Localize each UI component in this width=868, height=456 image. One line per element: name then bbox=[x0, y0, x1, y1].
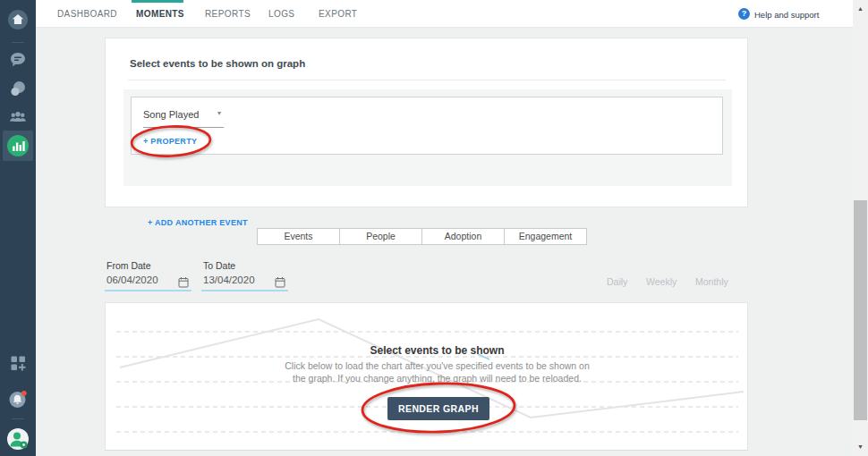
help-and-support-link[interactable]: Help and support bbox=[754, 10, 819, 20]
active-tab-indicator bbox=[132, 0, 183, 3]
tab-adoption[interactable]: Adoption bbox=[421, 228, 505, 245]
event-row: Song Played ▾ + PROPERTY bbox=[131, 97, 723, 155]
profile-avatar-icon[interactable] bbox=[0, 426, 36, 452]
event-select[interactable]: Song Played bbox=[143, 109, 199, 120]
tab-engagement[interactable]: Engagement bbox=[504, 228, 587, 245]
scrollbar-thumb[interactable] bbox=[854, 200, 867, 420]
render-graph-button[interactable]: RENDER GRAPH bbox=[387, 397, 489, 420]
contacts-icon[interactable] bbox=[0, 77, 36, 100]
messages-icon[interactable] bbox=[0, 48, 36, 72]
to-date-underline bbox=[201, 290, 288, 291]
view-tabs: Events People Adoption Engagement bbox=[257, 228, 587, 245]
event-list-panel: Song Played ▾ + PROPERTY + ADD ANOTHER E… bbox=[123, 89, 732, 186]
chart-card: Select events to be shown Click below to… bbox=[105, 302, 748, 451]
tab-events[interactable]: Events bbox=[257, 228, 340, 245]
vertical-scrollbar[interactable]: ▲ ▼ bbox=[853, 0, 868, 456]
to-date-input[interactable]: 13/04/2020 bbox=[203, 274, 255, 285]
scroll-up-arrow-icon[interactable]: ▲ bbox=[853, 5, 868, 12]
nav-reports[interactable]: REPORTS bbox=[205, 9, 251, 19]
from-date-input[interactable]: 06/04/2020 bbox=[106, 274, 158, 285]
home-icon[interactable] bbox=[0, 7, 36, 32]
granularity-monthly[interactable]: Monthly bbox=[695, 276, 728, 287]
analytics-icon-active[interactable] bbox=[0, 130, 36, 162]
help-icon[interactable]: ? bbox=[738, 8, 750, 20]
nav-moments[interactable]: MOMENTS bbox=[136, 9, 184, 19]
to-date-label: To Date bbox=[203, 260, 235, 271]
add-another-event-link[interactable]: + ADD ANOTHER EVENT bbox=[148, 218, 248, 227]
event-builder-title: Select events to be shown on graph bbox=[130, 58, 305, 69]
add-property-link[interactable]: + PROPERTY bbox=[143, 137, 197, 146]
from-date-underline bbox=[105, 290, 191, 291]
from-date-label: From Date bbox=[106, 260, 151, 271]
select-underline bbox=[143, 127, 224, 128]
granularity-daily[interactable]: Daily bbox=[607, 276, 627, 287]
notifications-icon[interactable] bbox=[0, 386, 36, 411]
sidebar-divider bbox=[12, 42, 24, 43]
chevron-down-icon[interactable]: ▾ bbox=[217, 109, 221, 117]
chart-placeholder-description: Click below to load the chart after you'… bbox=[115, 360, 759, 371]
nav-logs[interactable]: LOGS bbox=[268, 9, 294, 19]
event-builder-card: Select events to be shown on graph Song … bbox=[105, 38, 748, 207]
apps-add-icon[interactable] bbox=[0, 350, 36, 376]
audience-icon[interactable] bbox=[0, 106, 36, 129]
nav-dashboard[interactable]: DASHBOARD bbox=[57, 9, 117, 19]
scroll-down-arrow-icon[interactable]: ▼ bbox=[853, 443, 868, 450]
chart-placeholder-heading: Select events to be shown bbox=[115, 344, 759, 357]
nav-export[interactable]: EXPORT bbox=[319, 9, 357, 19]
active-highlight bbox=[3, 131, 33, 161]
top-navigation: DASHBOARD MOMENTS REPORTS LOGS EXPORT ? … bbox=[36, 0, 853, 28]
sidebar-divider bbox=[12, 418, 24, 419]
chart-placeholder-description: the graph. If you change anything, the g… bbox=[115, 373, 759, 384]
sidebar bbox=[0, 0, 36, 456]
divider bbox=[128, 80, 726, 80]
moments-analytics-page: DASHBOARD MOMENTS REPORTS LOGS EXPORT ? … bbox=[0, 0, 868, 456]
tab-people[interactable]: People bbox=[339, 228, 422, 245]
granularity-weekly[interactable]: Weekly bbox=[646, 276, 677, 287]
